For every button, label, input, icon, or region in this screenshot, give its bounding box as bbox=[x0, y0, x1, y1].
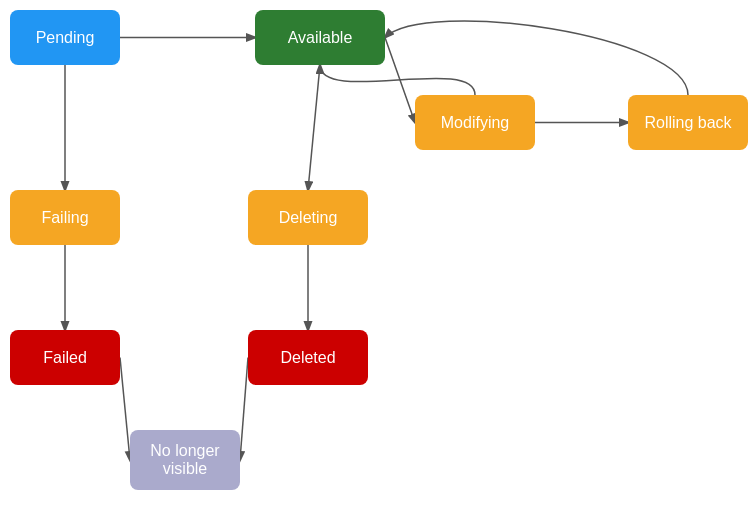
svg-line-3 bbox=[308, 65, 320, 190]
node-rolling_back: Rolling back bbox=[628, 95, 748, 150]
state-diagram: PendingAvailableModifyingRolling backFai… bbox=[0, 0, 753, 513]
arrows-layer bbox=[0, 0, 753, 513]
svg-line-8 bbox=[240, 358, 248, 461]
svg-line-7 bbox=[120, 358, 130, 461]
node-deleted: Deleted bbox=[248, 330, 368, 385]
node-pending: Pending bbox=[10, 10, 120, 65]
node-available: Available bbox=[255, 10, 385, 65]
node-failed: Failed bbox=[10, 330, 120, 385]
node-deleting: Deleting bbox=[248, 190, 368, 245]
node-modifying: Modifying bbox=[415, 95, 535, 150]
svg-line-2 bbox=[385, 38, 415, 123]
node-no_longer_visible: No longer visible bbox=[130, 430, 240, 490]
node-failing: Failing bbox=[10, 190, 120, 245]
